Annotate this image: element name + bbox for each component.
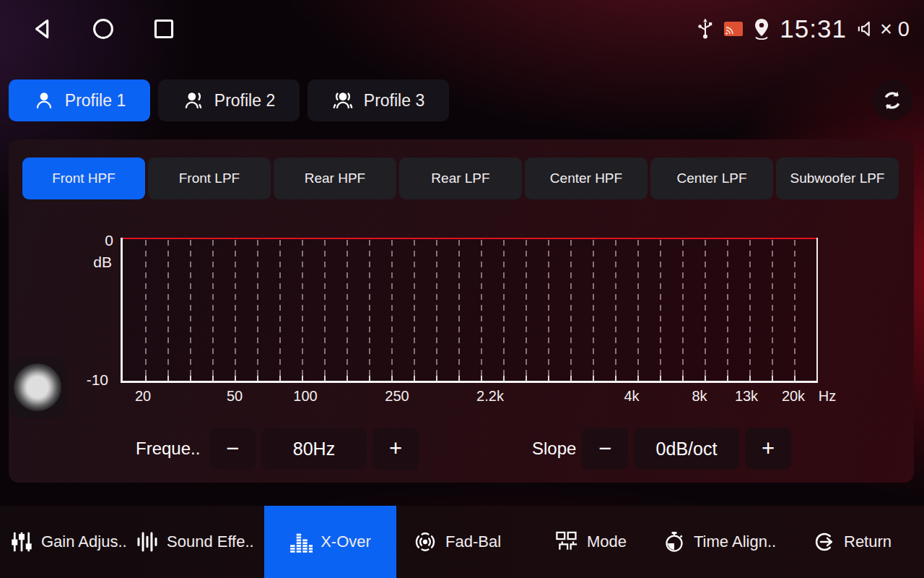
- response-curve-0db: [123, 238, 816, 239]
- filter-tab-front-lpf[interactable]: Front LPF: [148, 158, 271, 199]
- axis-tick: [503, 376, 505, 381]
- crossover-chart: 20501002502.2k4k8k13k20kHz: [121, 238, 818, 383]
- fader-balance-icon: [413, 530, 437, 554]
- nav-item-sound-effe[interactable]: Sound Effe..: [136, 506, 254, 578]
- axis-tick: [190, 376, 191, 381]
- gridline: [615, 240, 616, 381]
- slope-plus-button[interactable]: +: [745, 428, 791, 470]
- gridline: [391, 240, 393, 381]
- axis-tick: [593, 376, 594, 381]
- y-axis-tick-0: 0: [70, 232, 113, 249]
- gridline: [526, 240, 527, 381]
- nav-item-label: Sound Effe..: [167, 532, 254, 551]
- status-bar: 15:31 × 0: [0, 0, 924, 58]
- axis-tick: [414, 376, 415, 381]
- gridline: [794, 240, 796, 381]
- profile-tab-profile-2[interactable]: Profile 2: [158, 79, 300, 121]
- filter-tab-center-hpf[interactable]: Center HPF: [525, 158, 648, 199]
- x-axis-unit: Hz: [819, 388, 836, 405]
- recents-icon[interactable]: [150, 15, 178, 43]
- x-axis-tick-100: 100: [293, 388, 317, 405]
- location-icon: [752, 18, 771, 40]
- nav-item-x-over[interactable]: X-Over: [264, 506, 396, 578]
- gridline: [772, 240, 773, 381]
- slope-minus-button[interactable]: −: [582, 428, 628, 470]
- gridline: [660, 240, 661, 381]
- axis-tick: [458, 376, 460, 381]
- speaker-muted-icon: [855, 18, 877, 40]
- axis-tick: [167, 376, 169, 381]
- gain-sliders-icon: [10, 530, 33, 553]
- axis-tick: [682, 376, 684, 381]
- axis-tick: [570, 376, 572, 381]
- back-icon[interactable]: [29, 15, 56, 43]
- filter-tab-rear-hpf[interactable]: Rear HPF: [274, 158, 396, 199]
- sound-effect-bars-icon: [136, 530, 159, 553]
- person-switch-icon: [183, 90, 204, 111]
- nav-item-return[interactable]: Return: [813, 506, 892, 578]
- nav-item-label: Gain Adjus..: [41, 532, 127, 551]
- nav-item-label: Return: [844, 532, 892, 551]
- nav-item-fad-bal[interactable]: Fad-Bal: [413, 506, 501, 578]
- nav-item-gain-adjus[interactable]: Gain Adjus..: [10, 506, 127, 578]
- rotary-knob[interactable]: [9, 357, 66, 418]
- gridline: [167, 240, 169, 381]
- slope-stepper: − 0dB/oct +: [582, 428, 791, 470]
- equalizer-icon: [289, 530, 313, 553]
- x-axis-tick-8k: 8k: [692, 388, 707, 405]
- nav-item-mode[interactable]: Mode: [554, 506, 627, 578]
- volume-status: × 0: [855, 17, 910, 41]
- filter-tabs: Front HPFFront LPFRear HPFRear LPFCenter…: [22, 158, 899, 199]
- xover-panel: Front HPFFront LPFRear HPFRear LPFCenter…: [9, 139, 914, 483]
- gridline: [503, 240, 505, 381]
- frequency-minus-button[interactable]: −: [209, 428, 256, 470]
- frequency-value: 80Hz: [261, 428, 367, 470]
- profile-tabs: Profile 1Profile 2Profile 3: [9, 79, 449, 121]
- frequency-plus-button[interactable]: +: [372, 428, 419, 470]
- gridline: [593, 240, 594, 381]
- axis-tick: [749, 376, 751, 381]
- profile-row: Profile 1Profile 2Profile 3: [0, 79, 924, 121]
- gridline: [346, 240, 348, 381]
- gridline: [548, 240, 549, 381]
- slope-value: 0dB/oct: [634, 428, 739, 470]
- profile-tab-profile-3[interactable]: Profile 3: [308, 79, 449, 121]
- gridline: [682, 240, 684, 381]
- profile-tab-profile-1[interactable]: Profile 1: [9, 79, 150, 121]
- axis-tick: [369, 376, 370, 381]
- gridline: [324, 240, 326, 381]
- filter-tab-rear-lpf[interactable]: Rear LPF: [399, 158, 522, 199]
- person-icon: [33, 90, 55, 111]
- reset-button[interactable]: [872, 80, 912, 121]
- gridline: [436, 240, 437, 381]
- y-axis-tick-m10: -10: [65, 371, 108, 389]
- filter-tab-front-hpf[interactable]: Front HPF: [22, 158, 145, 199]
- gridline: [257, 240, 258, 381]
- gridline: [570, 240, 572, 381]
- axis-tick: [212, 376, 214, 381]
- axis-tick: [302, 376, 303, 381]
- x-axis-tick-2-2k: 2.2k: [476, 388, 504, 405]
- gridline: [705, 240, 706, 381]
- home-icon[interactable]: [90, 15, 117, 43]
- axis-tick: [615, 376, 616, 381]
- nav-item-time-align[interactable]: Time Align..: [663, 506, 776, 578]
- frequency-label: Freque..: [136, 428, 200, 470]
- axis-tick: [145, 376, 147, 381]
- filter-tab-subwoofer-lpf[interactable]: Subwoofer LPF: [776, 158, 899, 199]
- return-arrow-icon: [813, 530, 836, 553]
- y-axis-unit: dB: [69, 254, 112, 271]
- car-audio-xover-screen: 15:31 × 0 Profile 1Profile 2Profile 3: [0, 0, 924, 578]
- profile-label: Profile 3: [364, 91, 424, 111]
- nav-item-label: Time Align..: [694, 532, 776, 551]
- filter-tab-center-lpf[interactable]: Center LPF: [650, 158, 773, 199]
- x-axis-tick-20: 20: [135, 388, 151, 405]
- usb-icon: [696, 18, 715, 40]
- android-nav-keys: [0, 15, 178, 43]
- axis-tick: [705, 376, 706, 381]
- axis-tick: [257, 376, 258, 381]
- knob-face: [14, 363, 61, 411]
- status-icons: 15:31 × 0: [696, 14, 924, 43]
- axis-tick: [772, 376, 773, 381]
- volume-level: × 0: [880, 17, 910, 41]
